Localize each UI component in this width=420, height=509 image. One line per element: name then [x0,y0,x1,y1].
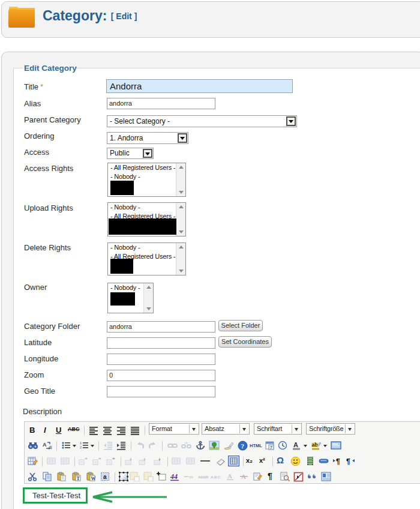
svg-text:ABBR: ABBR [198,475,209,479]
svg-text:99: 99 [189,475,193,479]
svg-text:A.B.C.: A.B.C. [211,475,221,479]
svg-text:T: T [77,476,80,481]
svg-text:A: A [43,442,47,448]
svg-text:W: W [91,476,96,481]
svg-text:¶: ¶ [336,457,340,466]
svg-text:HTML: HTML [250,443,262,448]
svg-text:?: ? [241,442,245,450]
svg-text:a: a [103,474,107,480]
svg-text:1: 1 [80,441,82,445]
svg-text:7: 7 [270,445,272,450]
svg-text:A: A [293,441,298,448]
svg-text:ab: ab [312,442,318,448]
svg-text:44: 44 [170,472,178,481]
svg-text:A: A [227,472,232,480]
svg-text:B: B [49,445,52,450]
svg-text:“”: “” [184,475,189,480]
svg-text:¶: ¶ [346,457,350,466]
svg-text:2: 2 [80,445,82,449]
